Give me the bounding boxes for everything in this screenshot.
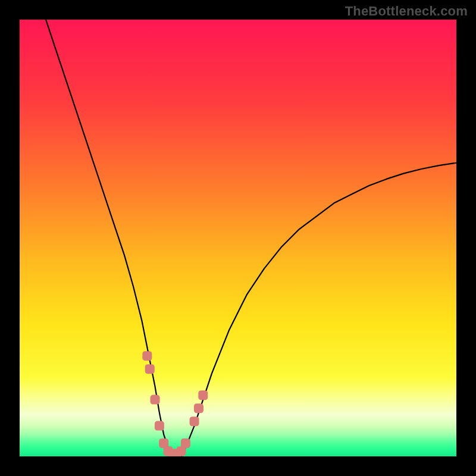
marker-point (151, 395, 160, 405)
marker-point (194, 403, 203, 413)
marker-point (190, 416, 199, 426)
marker-point (142, 351, 152, 361)
chart-svg (20, 20, 456, 456)
watermark-text: TheBottleneck.com (345, 4, 468, 19)
marker-point (198, 390, 208, 400)
marker-point (181, 439, 190, 448)
marker-point (145, 364, 155, 374)
chart-frame: TheBottleneck.com (0, 0, 476, 476)
gradient-background (20, 20, 456, 456)
plot-area (20, 20, 456, 456)
marker-point (155, 421, 164, 431)
